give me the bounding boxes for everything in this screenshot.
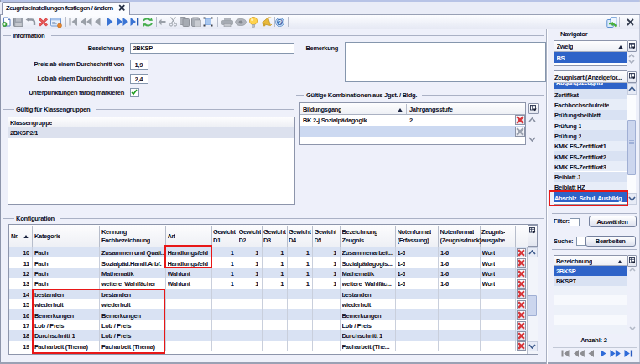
- svg-text:?: ?: [278, 19, 282, 25]
